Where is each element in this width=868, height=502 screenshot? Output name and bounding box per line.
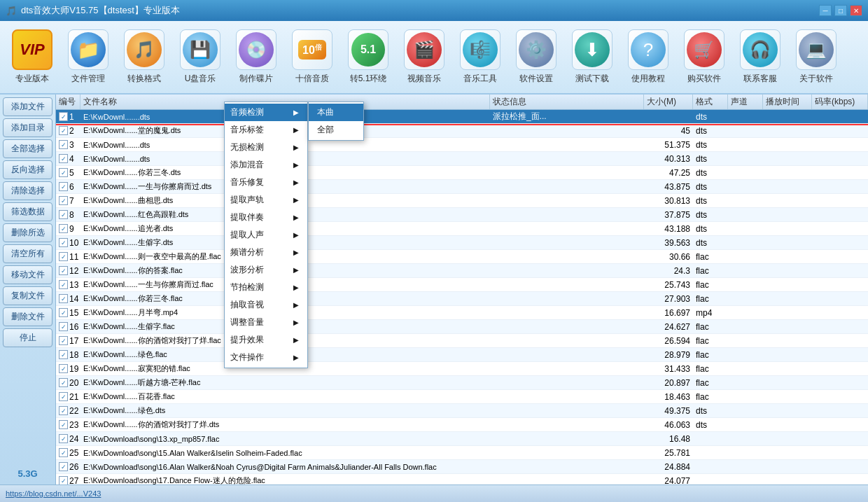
sidebar-select-all[interactable]: 全部选择 [3, 139, 52, 158]
sidebar-delete-file[interactable]: 删除文件 [3, 307, 52, 326]
toolbar-vip[interactable]: VIP 专业版本 [7, 27, 57, 88]
toolbar-disc[interactable]: 💿 制作碟片 [231, 27, 281, 88]
sub-context-menu[interactable]: 本曲 全部 [308, 102, 364, 141]
titlebar: 🎵 dts音效大师V15.75【dtstest】专业版本 ─ □ ✕ [0, 0, 868, 21]
toolbar-help-label: 使用教程 [631, 73, 665, 85]
toolbar-test[interactable]: ⬇ 测试下载 [567, 27, 617, 88]
submenu-arrow: ▶ [293, 266, 299, 274]
toolbar-convert[interactable]: 🎵 转换格式 [119, 27, 169, 88]
context-menu-item-extract-accomp[interactable]: 提取伴奏 ▶ [225, 209, 307, 226]
statusbar-info: https://blog.csdn.net/...V243 [6, 489, 101, 498]
toolbar-service[interactable]: 🎧 联系客服 [735, 27, 785, 88]
context-menu-overlay[interactable]: 音频检测 ▶ 音乐标签 ▶ 无损检测 ▶ 添加混音 ▶ 音乐修复 ▶ [56, 95, 868, 484]
submenu-current[interactable]: 本曲 [309, 104, 363, 121]
context-menu-item-extract-track[interactable]: 提取声轨 ▶ [225, 191, 307, 209]
sidebar-copy-file[interactable]: 复制文件 [3, 286, 52, 305]
sidebar-stop[interactable]: 停止 [3, 328, 52, 347]
context-menu-item-extract-av[interactable]: 抽取音视 ▶ [225, 296, 307, 314]
test-icon: ⬇ [572, 29, 612, 70]
toolbar-surround[interactable]: 5.1 转5.1环绕 [343, 27, 393, 88]
titlebar-icon: 🎵 [6, 6, 17, 16]
toolbar-udisk[interactable]: 💾 U盘音乐 [175, 27, 225, 88]
toolbar-about[interactable]: 💻 关于软件 [791, 27, 841, 88]
submenu-arrow: ▶ [293, 231, 299, 239]
toolbar-surround-label: 转5.1环绕 [350, 73, 387, 85]
toolbar-file-label: 文件管理 [71, 73, 105, 85]
toolbar-udisk-label: U盘音乐 [185, 73, 216, 85]
udisk-icon: 💾 [180, 29, 220, 70]
submenu-arrow: ▶ [293, 214, 299, 221]
titlebar-controls: ─ □ ✕ [819, 5, 862, 16]
sidebar-invert-select[interactable]: 反向选择 [3, 160, 52, 179]
minimize-button[interactable]: ─ [819, 5, 832, 16]
submenu-arrow: ▶ [293, 179, 299, 186]
music-icon: 🎼 [460, 29, 500, 70]
toolbar-music[interactable]: 🎼 音乐工具 [455, 27, 505, 88]
hifi-icon: 10倍 [292, 29, 332, 70]
software-icon: ⚙️ [516, 29, 556, 70]
about-icon: 💻 [796, 29, 836, 70]
toolbar-about-label: 关于软件 [799, 73, 833, 85]
maximize-button[interactable]: □ [834, 5, 847, 16]
main-area: 添加文件 添加目录 全部选择 反向选择 清除选择 筛选数据 删除所选 清空所有 … [0, 95, 868, 484]
toolbar-help[interactable]: ? 使用教程 [623, 27, 673, 88]
sidebar-filter[interactable]: 筛选数据 [3, 202, 52, 221]
toolbar-file[interactable]: 📁 文件管理 [63, 27, 113, 88]
toolbar-hifi-label: 十倍音质 [295, 73, 329, 85]
context-menu-item-file-ops[interactable]: 文件操作 ▶ [225, 349, 307, 366]
sidebar: 添加文件 添加目录 全部选择 反向选择 清除选择 筛选数据 删除所选 清空所有 … [0, 95, 56, 484]
vip-icon: VIP [12, 29, 52, 70]
context-menu-item-audio-detect[interactable]: 音频检测 ▶ [225, 104, 307, 121]
toolbar-hifi[interactable]: 10倍 十倍音质 [287, 27, 337, 88]
toolbar-buy[interactable]: 🛒 购买软件 [679, 27, 729, 88]
context-menu-item-extract-voice[interactable]: 提取人声 ▶ [225, 226, 307, 244]
sidebar-clear-select[interactable]: 清除选择 [3, 181, 52, 200]
submenu-arrow: ▶ [293, 249, 299, 256]
submenu-arrow: ▶ [293, 109, 299, 116]
toolbar-test-label: 测试下载 [575, 73, 609, 85]
context-menu-item-enhance[interactable]: 提升效果 ▶ [225, 331, 307, 349]
submenu-arrow: ▶ [293, 126, 299, 134]
service-icon: 🎧 [740, 29, 780, 70]
context-menu-item-add-mix[interactable]: 添加混音 ▶ [225, 156, 307, 174]
context-menu-item-music-tag[interactable]: 音乐标签 ▶ [225, 121, 307, 139]
submenu-arrow: ▶ [293, 284, 299, 291]
toolbar-vip-label: 专业版本 [15, 73, 49, 85]
submenu-arrow: ▶ [293, 319, 299, 326]
sidebar-move-file[interactable]: 移动文件 [3, 265, 52, 284]
submenu-arrow: ▶ [293, 301, 299, 309]
titlebar-text: dts音效大师V15.75【dtstest】专业版本 [21, 4, 180, 17]
toolbar-service-label: 联系客服 [743, 73, 777, 85]
statusbar: https://blog.csdn.net/...V243 [0, 484, 868, 502]
submenu-arrow: ▶ [293, 196, 299, 204]
submenu-all[interactable]: 全部 [309, 121, 363, 139]
sidebar-add-dir[interactable]: 添加目录 [3, 118, 52, 137]
context-menu-item-waveform[interactable]: 波形分析 ▶ [225, 261, 307, 279]
context-menu-item-lossless-detect[interactable]: 无损检测 ▶ [225, 139, 307, 156]
toolbar-music-label: 音乐工具 [463, 73, 497, 85]
submenu-arrow: ▶ [293, 144, 299, 151]
context-menu-item-beat-detect[interactable]: 节拍检测 ▶ [225, 279, 307, 296]
toolbar-software[interactable]: ⚙️ 软件设置 [511, 27, 561, 88]
context-menu[interactable]: 音频检测 ▶ 音乐标签 ▶ 无损检测 ▶ 添加混音 ▶ 音乐修复 ▶ [224, 102, 308, 368]
context-menu-item-spectrum[interactable]: 频谱分析 ▶ [225, 244, 307, 261]
context-menu-item-music-repair[interactable]: 音乐修复 ▶ [225, 174, 307, 191]
toolbar: VIP 专业版本 📁 文件管理 🎵 转换格式 💾 U盘音乐 💿 制作碟片 10倍… [0, 21, 868, 95]
sidebar-delete-selected[interactable]: 删除所选 [3, 223, 52, 242]
video-icon: 🎬 [404, 29, 444, 70]
sidebar-add-file[interactable]: 添加文件 [3, 97, 52, 116]
toolbar-video[interactable]: 🎬 视频音乐 [399, 27, 449, 88]
context-menu-item-adjust-volume[interactable]: 调整音量 ▶ [225, 314, 307, 331]
help-icon: ? [628, 29, 668, 70]
file-icon: 📁 [68, 29, 108, 70]
content-area: 编号 文件名称 状态信息 大小(M) 格式 声道 播放时间 码率(kbps) 1… [56, 95, 868, 484]
toolbar-buy-label: 购买软件 [687, 73, 721, 85]
titlebar-title: 🎵 dts音效大师V15.75【dtstest】专业版本 [6, 4, 180, 17]
close-button[interactable]: ✕ [850, 5, 862, 16]
buy-icon: 🛒 [684, 29, 724, 70]
sidebar-clear-all[interactable]: 清空所有 [3, 244, 52, 263]
convert-icon: 🎵 [124, 29, 164, 70]
submenu-arrow: ▶ [293, 336, 299, 344]
disc-icon: 💿 [236, 29, 276, 70]
toolbar-video-label: 视频音乐 [407, 73, 441, 85]
